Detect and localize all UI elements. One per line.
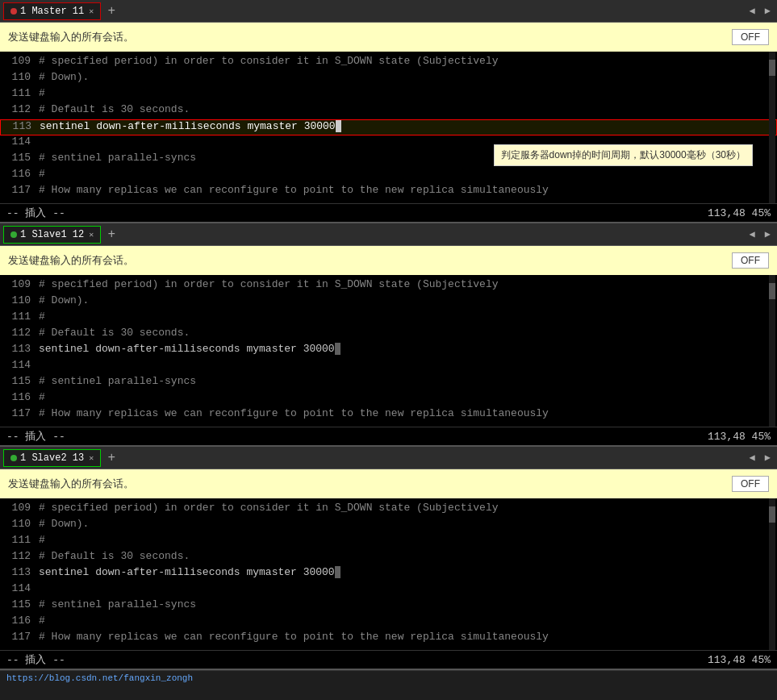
input-bar: 发送键盘输入的所有会话。 OFF bbox=[0, 469, 777, 498]
code-line: 115 # sentinel parallel-syncs bbox=[0, 375, 777, 391]
terminal-panel: 1 Master 11 ✕ + ◀ ▶ 发送键盘输入的所有会话。 OFF 109… bbox=[0, 0, 777, 223]
code-line: 117 # How many replicas we can reconfigu… bbox=[0, 407, 777, 423]
tab-bar: 1 Slave1 12 ✕ + ◀ ▶ bbox=[0, 223, 777, 246]
line-number: 117 bbox=[6, 184, 31, 196]
tab-add-button[interactable]: + bbox=[102, 2, 120, 20]
tab-dot bbox=[10, 455, 17, 461]
terminal-panel: 1 Slave2 13 ✕ + ◀ ▶ 发送键盘输入的所有会话。 OFF 109… bbox=[0, 447, 777, 670]
status-bar: -- 插入 -- 113,48 45% bbox=[0, 203, 777, 222]
scrollbar[interactable] bbox=[769, 52, 775, 203]
active-tab[interactable]: 1 Slave1 12 ✕ bbox=[3, 226, 101, 244]
line-number: 117 bbox=[6, 631, 31, 643]
tab-label: 1 Master 11 bbox=[20, 6, 84, 17]
tab-nav: ◀ ▶ bbox=[746, 450, 774, 465]
line-number: 116 bbox=[6, 168, 31, 180]
nav-left-arrow[interactable]: ◀ bbox=[746, 450, 758, 465]
line-content: # How many replicas we can reconfigure t… bbox=[39, 631, 549, 643]
line-content: # bbox=[39, 391, 45, 403]
code-line: 115 # sentinel parallel-syncs bbox=[0, 598, 777, 615]
code-line: 109 # specified period) in order to cons… bbox=[0, 502, 777, 518]
code-line: 113 sentinel down-after-milliseconds mym… bbox=[0, 119, 777, 135]
line-content: # Default is 30 seconds. bbox=[39, 550, 190, 562]
line-number: 112 bbox=[6, 550, 31, 562]
code-line: 117 # How many replicas we can reconfigu… bbox=[0, 631, 777, 647]
off-button[interactable]: OFF bbox=[732, 29, 769, 45]
tab-close-button[interactable]: ✕ bbox=[89, 453, 94, 463]
line-content: # Default is 30 seconds. bbox=[39, 103, 190, 115]
line-content: # specified period) in order to consider… bbox=[39, 502, 499, 514]
line-number: 115 bbox=[6, 598, 31, 610]
status-position: 113,48 45% bbox=[708, 431, 771, 443]
tab-nav: ◀ ▶ bbox=[746, 227, 774, 242]
line-number: 111 bbox=[6, 87, 31, 99]
line-number: 110 bbox=[6, 71, 31, 83]
code-area: 109 # specified period) in order to cons… bbox=[0, 498, 777, 650]
line-number: 109 bbox=[6, 55, 31, 67]
line-content: # sentinel parallel-syncs bbox=[39, 598, 209, 610]
off-button[interactable]: OFF bbox=[732, 476, 769, 492]
nav-left-arrow[interactable]: ◀ bbox=[746, 3, 758, 19]
tab-add-button[interactable]: + bbox=[102, 226, 120, 244]
code-line: 111 # bbox=[0, 87, 777, 103]
input-bar: 发送键盘输入的所有会话。 OFF bbox=[0, 246, 777, 275]
line-number: 116 bbox=[6, 615, 31, 627]
nav-left-arrow[interactable]: ◀ bbox=[746, 227, 758, 242]
tab-close-button[interactable]: ✕ bbox=[89, 6, 94, 16]
tab-bar: 1 Slave2 13 ✕ + ◀ ▶ bbox=[0, 447, 777, 469]
line-number: 109 bbox=[6, 502, 31, 514]
input-bar-text: 发送键盘输入的所有会话。 bbox=[8, 30, 134, 44]
nav-right-arrow[interactable]: ▶ bbox=[762, 3, 774, 19]
code-line: 111 # bbox=[0, 534, 777, 550]
code-line: 114 bbox=[0, 359, 777, 375]
line-content: # sentinel parallel-syncs bbox=[39, 375, 209, 387]
scroll-thumb[interactable] bbox=[769, 506, 775, 523]
line-content: # bbox=[39, 168, 45, 180]
code-line: 113 sentinel down-after-milliseconds mym… bbox=[0, 343, 777, 359]
tab-label: 1 Slave1 12 bbox=[20, 229, 84, 240]
url-bar: https://blog.csdn.net/fangxin_zongh bbox=[0, 670, 777, 685]
line-content: # bbox=[39, 534, 45, 546]
line-content: # Down). bbox=[39, 71, 89, 83]
line-number: 110 bbox=[6, 518, 31, 530]
line-content: # Down). bbox=[39, 518, 89, 530]
line-number: 111 bbox=[6, 534, 31, 546]
input-bar-text: 发送键盘输入的所有会话。 bbox=[8, 253, 134, 268]
code-line: 110 # Down). bbox=[0, 71, 777, 87]
line-number: 116 bbox=[6, 391, 31, 403]
active-tab[interactable]: 1 Slave2 13 ✕ bbox=[3, 449, 101, 467]
line-number: 115 bbox=[6, 375, 31, 387]
line-number: 112 bbox=[6, 103, 31, 115]
input-bar-text: 发送键盘输入的所有会话。 bbox=[8, 477, 134, 491]
scroll-thumb[interactable] bbox=[769, 60, 775, 76]
line-content: # Default is 30 seconds. bbox=[39, 327, 190, 339]
input-bar: 发送键盘输入的所有会话。 OFF bbox=[0, 23, 777, 52]
line-content: # specified period) in order to consider… bbox=[39, 278, 499, 290]
line-number: 112 bbox=[6, 327, 31, 339]
line-number: 109 bbox=[6, 278, 31, 290]
off-button[interactable]: OFF bbox=[732, 252, 769, 269]
tab-close-button[interactable]: ✕ bbox=[89, 230, 94, 240]
active-tab[interactable]: 1 Master 11 ✕ bbox=[3, 2, 101, 20]
code-line: 116 # bbox=[0, 615, 777, 631]
tab-bar: 1 Master 11 ✕ + ◀ ▶ bbox=[0, 0, 777, 23]
tab-nav: ◀ ▶ bbox=[746, 3, 774, 19]
tab-add-button[interactable]: + bbox=[102, 449, 120, 467]
annotation-tooltip: 判定服务器down掉的时间周期，默认30000毫秒（30秒） bbox=[494, 144, 753, 166]
nav-right-arrow[interactable]: ▶ bbox=[762, 450, 774, 465]
scroll-thumb[interactable] bbox=[769, 283, 775, 299]
line-number: 114 bbox=[6, 135, 31, 148]
line-content: # bbox=[39, 87, 45, 99]
line-content: sentinel down-after-milliseconds mymaste… bbox=[40, 120, 341, 132]
line-content: # How many replicas we can reconfigure t… bbox=[39, 184, 549, 196]
line-number: 113 bbox=[6, 566, 31, 578]
code-line: 109 # specified period) in order to cons… bbox=[0, 278, 777, 294]
scrollbar[interactable] bbox=[769, 498, 775, 650]
code-area: 109 # specified period) in order to cons… bbox=[0, 52, 777, 203]
tab-label: 1 Slave2 13 bbox=[20, 452, 84, 464]
status-bar: -- 插入 -- 113,48 45% bbox=[0, 650, 777, 669]
scrollbar[interactable] bbox=[769, 275, 775, 427]
terminal-panel: 1 Slave1 12 ✕ + ◀ ▶ 发送键盘输入的所有会话。 OFF 109… bbox=[0, 223, 777, 447]
nav-right-arrow[interactable]: ▶ bbox=[762, 227, 774, 242]
line-number: 111 bbox=[6, 310, 31, 323]
line-content: sentinel down-after-milliseconds mymaste… bbox=[39, 343, 340, 355]
